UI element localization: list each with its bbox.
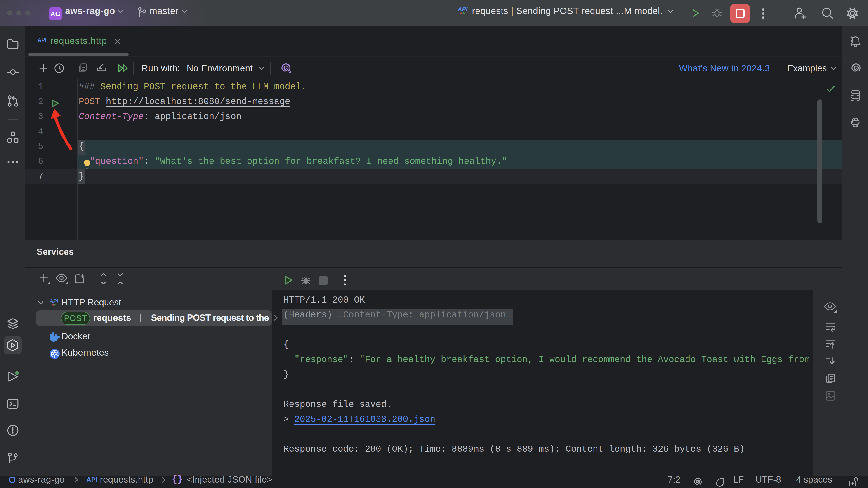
svg-text:API: API <box>458 6 468 12</box>
svg-text:API: API <box>49 298 58 304</box>
svg-text:API: API <box>37 36 46 44</box>
